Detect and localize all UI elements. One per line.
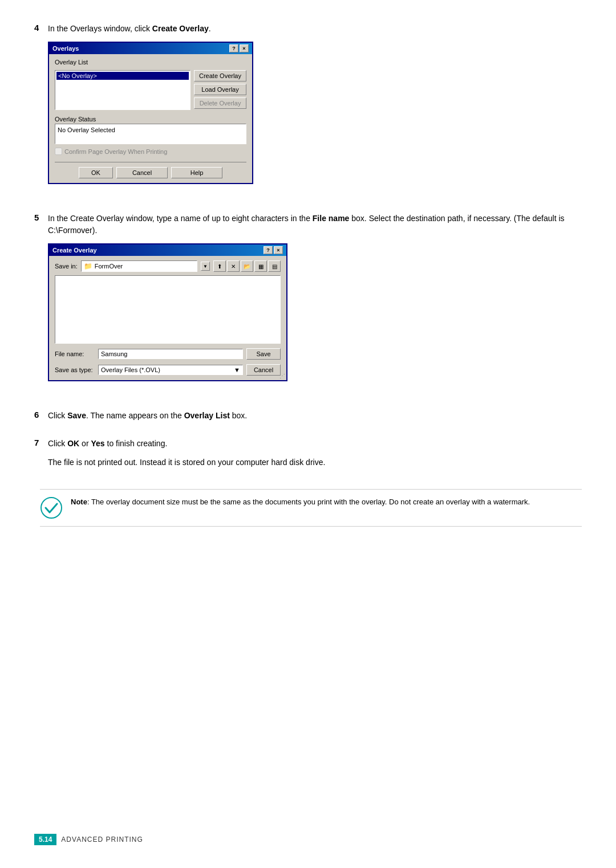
step-6-content: Click Save. The name appears on the Over… (48, 410, 582, 429)
step-7-middle: or (79, 439, 91, 448)
step-6-bold2: Overlay List (184, 411, 230, 420)
toolbar-list-icon[interactable]: ▦ (254, 260, 267, 272)
step-5-content: In the Create Overlay window, type a nam… (48, 213, 582, 393)
resize-handle: ⋰ (279, 373, 285, 379)
overlay-list-label: Overlay List (55, 59, 246, 66)
step-4-text-before: In the Overlays window, click (48, 24, 152, 33)
note-text: Note: The overlay document size must be … (71, 496, 530, 508)
delete-overlay-button: Delete Overlay (194, 97, 246, 109)
step-6-after: box. (230, 411, 247, 420)
save-in-value: FormOver (95, 263, 123, 270)
step-7-number: 7 (34, 438, 48, 447)
note-content: : The overlay document size must be the … (87, 498, 530, 506)
save-as-type-value: Overlay Files (*.OVL) (101, 366, 160, 373)
toolbar-details-icon[interactable]: ▤ (268, 260, 281, 272)
note-icon (40, 496, 63, 519)
toolbar-up-icon[interactable]: ⬆ (213, 260, 226, 272)
file-name-label: File name: (55, 351, 95, 357)
step-5: 5 In the Create Overlay window, type a n… (34, 213, 582, 393)
step-7: 7 Click OK or Yes to finish creating. Th… (34, 438, 582, 475)
overlay-status-box: No Overlay Selected (55, 124, 246, 144)
step-4-text-after: . (209, 24, 211, 33)
create-overlay-title: Create Overlay (52, 247, 97, 254)
step-7-bold1: OK (67, 439, 79, 448)
file-name-row: File name: Samsung Save (55, 348, 281, 360)
overlays-ok-button[interactable]: OK (79, 167, 113, 178)
create-overlay-dialog: Create Overlay ? × Save in: 📁 FormOver (48, 243, 287, 381)
create-overlay-help-button[interactable]: ? (264, 246, 273, 254)
toolbar-delete-icon[interactable]: ✕ (227, 260, 240, 272)
save-as-type-row: Save as type: Overlay Files (*.OVL) ▼ Ca… (55, 364, 281, 376)
step-5-number: 5 (34, 213, 48, 222)
step-7-content: Click OK or Yes to finish creating. The … (48, 438, 582, 475)
confirm-overlay-checkbox[interactable] (55, 148, 62, 155)
overlay-list-area: <No Overlay> Create Overlay Load Overlay… (55, 70, 246, 110)
file-browser-area (55, 275, 281, 344)
create-overlay-button[interactable]: Create Overlay (194, 70, 246, 81)
overlay-status-section: Overlay Status No Overlay Selected (55, 116, 246, 144)
footer-text: Advanced Printing (61, 836, 143, 843)
step-5-text: In the Create Overlay window, type a nam… (48, 213, 582, 237)
save-in-row: Save in: 📁 FormOver ▼ ⬆ ✕ 📂 ▦ ▤ (55, 260, 281, 272)
overlays-close-button[interactable]: × (240, 44, 249, 52)
confirm-overlay-label: Confirm Page Overlay When Printing (64, 148, 167, 155)
overlays-bottom-buttons: OK Cancel Help (55, 162, 246, 178)
step-4-number: 4 (34, 23, 48, 32)
create-overlay-titlebar: Create Overlay ? × (49, 244, 286, 256)
overlays-help-button[interactable]: ? (229, 44, 238, 52)
save-as-type-label: Save as type: (55, 366, 95, 373)
create-overlay-close-button[interactable]: × (274, 246, 283, 254)
overlays-body: Overlay List <No Overlay> Create Overlay… (49, 54, 252, 183)
step-7-subtext: The file is not printed out. Instead it … (48, 457, 582, 468)
step-7-after: to finish creating. (105, 439, 168, 448)
overlays-dialog-wrapper: Overlays ? × Overlay List <No Overlay> C… (48, 42, 582, 195)
note-label: Note (71, 498, 87, 506)
step-4-text-bold: Create Overlay (152, 24, 209, 33)
save-as-type-dropdown[interactable]: Overlay Files (*.OVL) ▼ (98, 365, 243, 375)
overlays-title-buttons: ? × (229, 44, 249, 52)
step-7-before: Click (48, 439, 67, 448)
overlay-buttons-col: Create Overlay Load Overlay Delete Overl… (194, 70, 246, 110)
cancel-button[interactable]: Cancel (246, 364, 281, 376)
overlays-help-btn[interactable]: Help (171, 167, 222, 178)
step-6-text: Click Save. The name appears on the Over… (48, 410, 582, 422)
step-7-bold2: Yes (91, 439, 104, 448)
step-4: 4 In the Overlays window, click Create O… (34, 23, 582, 195)
toolbar-new-folder-icon[interactable]: 📂 (241, 260, 253, 272)
step-5-text-bold: File name (313, 214, 350, 223)
step-6-number: 6 (34, 410, 48, 419)
overlay-list-item[interactable]: <No Overlay> (56, 72, 189, 80)
overlays-title: Overlays (52, 45, 79, 52)
create-overlay-title-buttons: ? × (264, 246, 283, 254)
step-4-text: In the Overlays window, click Create Ove… (48, 23, 582, 35)
svg-point-0 (41, 498, 62, 518)
overlay-checkbox-row: Confirm Page Overlay When Printing (55, 148, 246, 155)
step-7-text: Click OK or Yes to finish creating. (48, 438, 582, 450)
step-5-text-part1: In the Create Overlay window, type a nam… (48, 214, 313, 223)
overlay-status-value: No Overlay Selected (58, 127, 115, 133)
overlays-titlebar: Overlays ? × (49, 43, 252, 54)
step-6-bold1: Save (67, 411, 86, 420)
note-box: Note: The overlay document size must be … (40, 489, 582, 527)
footer-badge: 5.14 (34, 834, 56, 845)
create-overlay-dialog-wrapper: Create Overlay ? × Save in: 📁 FormOver (48, 243, 582, 393)
overlay-status-label: Overlay Status (55, 116, 246, 123)
save-in-dropdown[interactable]: 📁 FormOver (81, 260, 197, 272)
overlay-list-box[interactable]: <No Overlay> (55, 70, 191, 110)
overlays-dialog: Overlays ? × Overlay List <No Overlay> C… (48, 42, 253, 184)
save-in-dropdown-arrow[interactable]: ▼ (201, 262, 210, 271)
toolbar-icons: ⬆ ✕ 📂 ▦ ▤ (213, 260, 281, 272)
save-in-label: Save in: (55, 263, 78, 270)
step-6-before: Click (48, 411, 67, 420)
save-button[interactable]: Save (246, 348, 281, 360)
step-4-content: In the Overlays window, click Create Ove… (48, 23, 582, 195)
file-name-input[interactable]: Samsung (98, 349, 243, 359)
save-as-type-arrow: ▼ (234, 366, 240, 373)
folder-icon: 📁 (84, 262, 92, 270)
overlays-cancel-button[interactable]: Cancel (116, 167, 168, 178)
footer: 5.14 Advanced Printing (34, 834, 143, 845)
step-6: 6 Click Save. The name appears on the Ov… (34, 410, 582, 429)
note-checkmark-svg (40, 496, 63, 519)
load-overlay-button[interactable]: Load Overlay (194, 84, 246, 95)
step-6-middle: . The name appears on the (86, 411, 184, 420)
